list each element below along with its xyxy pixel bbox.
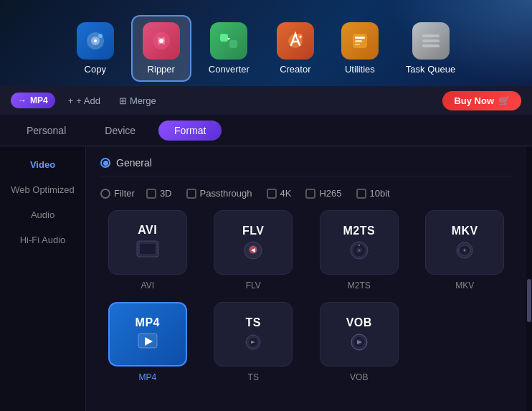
sidebar-item-web-optimized[interactable]: Web Optimized: [0, 177, 85, 202]
sidebar-item-video[interactable]: Video: [0, 152, 85, 177]
sidebar-web-label: Web Optimized: [11, 184, 75, 195]
main-panel: General Filter 3D Passthrough 4K H26: [86, 146, 526, 411]
content-area: Video Web Optimized Audio Hi-Fi Audio Ge…: [0, 146, 532, 411]
nav-taskqueue-label: Task Queue: [406, 64, 455, 75]
3d-label: 3D: [160, 188, 172, 199]
svg-text:✦: ✦: [298, 34, 303, 39]
utilities-icon: [341, 22, 379, 60]
svg-rect-12: [355, 37, 365, 39]
h265-label: H265: [319, 188, 341, 199]
format-item-avi[interactable]: AVI AVI: [100, 210, 195, 290]
toolbar: → MP4 + + Add ⊞ Merge Buy Now 🛒: [0, 86, 532, 115]
buy-now-button[interactable]: Buy Now 🛒: [442, 91, 521, 110]
10bit-checkbox[interactable]: [356, 189, 366, 199]
mp4-icon-box: MP4: [108, 302, 187, 367]
format-item-mkv[interactable]: MKV MKV: [418, 210, 513, 290]
h265-checkbox-group[interactable]: H265: [305, 188, 341, 199]
header: Copy Ripper Converter: [0, 0, 532, 86]
nav-item-converter[interactable]: Converter: [199, 16, 260, 80]
m2ts-label: M2TS: [348, 280, 371, 290]
avi-tag: AVI: [138, 224, 157, 237]
tab-format[interactable]: Format: [158, 121, 222, 141]
avi-icon-box: AVI: [108, 210, 187, 275]
vob-tag: VOB: [346, 316, 372, 329]
add-icon: +: [68, 95, 74, 106]
passthrough-checkbox[interactable]: [186, 189, 196, 199]
sidebar-item-audio[interactable]: Audio: [0, 202, 85, 227]
mkv-icon-box: MKV: [425, 210, 504, 275]
ts-tag: TS: [246, 316, 261, 329]
svg-rect-25: [156, 246, 158, 248]
nav-utilities-label: Utilities: [345, 64, 375, 75]
svg-rect-26: [156, 249, 158, 251]
creator-icon: ✦: [277, 22, 314, 60]
passthrough-checkbox-group[interactable]: Passthrough: [186, 188, 252, 199]
svg-point-37: [464, 250, 465, 251]
mp4-badge[interactable]: → MP4: [11, 93, 55, 108]
flv-icon-box: FLV: [214, 210, 293, 275]
copy-icon: [77, 22, 114, 60]
format-item-m2ts[interactable]: M2TS M2TS: [312, 210, 407, 290]
10bit-label: 10bit: [370, 188, 390, 199]
4k-checkbox-group[interactable]: 4K: [267, 188, 292, 199]
general-section: General: [100, 157, 512, 176]
sidebar-audio-label: Audio: [31, 209, 54, 220]
converter-icon: [210, 22, 247, 60]
ts-icon-box: TS: [214, 302, 293, 367]
format-item-ts[interactable]: TS TS: [206, 302, 301, 382]
tab-personal[interactable]: Personal: [11, 121, 82, 141]
add-label: + Add: [76, 95, 100, 106]
avi-label: AVI: [141, 280, 154, 290]
ripper-icon: [143, 22, 180, 60]
vob-icon-box: VOB: [320, 302, 399, 367]
format-grid: AVI AVI: [100, 210, 512, 382]
merge-button[interactable]: ⊞ Merge: [113, 93, 162, 109]
nav-item-copy[interactable]: Copy: [67, 16, 124, 80]
badge-arrow-icon: →: [18, 95, 27, 105]
nav-item-taskqueue[interactable]: Task Queue: [396, 16, 465, 80]
nav-item-utilities[interactable]: Utilities: [331, 16, 389, 80]
mkv-tag: MKV: [452, 225, 478, 237]
h265-checkbox[interactable]: [305, 189, 315, 199]
svg-rect-17: [422, 44, 440, 47]
svg-rect-6: [220, 34, 228, 42]
filter-radio[interactable]: [100, 189, 110, 199]
svg-point-33: [358, 245, 360, 246]
nav-item-creator[interactable]: ✦ Creator: [267, 16, 324, 80]
merge-label: Merge: [130, 95, 156, 106]
filter-radio-group[interactable]: Filter: [100, 188, 135, 199]
svg-rect-13: [355, 40, 362, 42]
buy-now-label: Buy Now: [454, 95, 494, 106]
taskqueue-icon: [412, 22, 450, 60]
nav-creator-label: Creator: [280, 64, 310, 75]
sidebar-item-hi-fi-audio[interactable]: Hi-Fi Audio: [0, 227, 85, 252]
merge-icon: ⊞: [119, 95, 127, 106]
format-item-vob[interactable]: VOB VOB: [312, 302, 407, 382]
add-button[interactable]: + + Add: [62, 93, 106, 109]
tab-device[interactable]: Device: [89, 121, 151, 141]
3d-checkbox-group[interactable]: 3D: [146, 188, 172, 199]
svg-point-3: [98, 34, 103, 38]
scrollbar-thumb[interactable]: [527, 279, 531, 322]
format-item-flv[interactable]: FLV FLV: [206, 210, 301, 290]
svg-point-5: [159, 39, 163, 43]
mkv-label: MKV: [455, 280, 474, 290]
tab-row: Personal Device Format: [0, 115, 532, 146]
svg-point-32: [358, 250, 360, 252]
flv-label: FLV: [246, 280, 261, 290]
sidebar-hifi-label: Hi-Fi Audio: [20, 235, 66, 245]
10bit-checkbox-group[interactable]: 10bit: [356, 188, 390, 199]
format-item-mp4[interactable]: MP4 MP4: [100, 302, 195, 382]
nav-ripper-label: Ripper: [148, 64, 175, 75]
nav-item-ripper[interactable]: Ripper: [131, 15, 191, 82]
4k-checkbox[interactable]: [267, 189, 277, 199]
svg-rect-21: [137, 246, 140, 248]
general-radio[interactable]: [100, 158, 110, 168]
mp4-tag: MP4: [136, 316, 160, 329]
svg-rect-15: [422, 34, 440, 37]
svg-rect-7: [229, 40, 237, 48]
general-label: General: [116, 157, 152, 169]
flv-tag: FLV: [242, 225, 265, 237]
3d-checkbox[interactable]: [146, 189, 156, 199]
scrollbar-right[interactable]: [526, 146, 532, 411]
